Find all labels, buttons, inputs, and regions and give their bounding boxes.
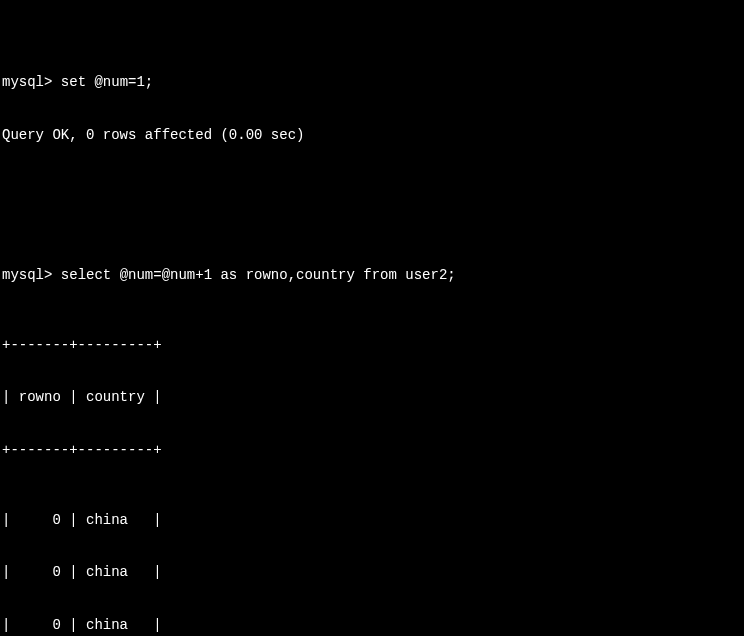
prompt: mysql> <box>2 267 52 283</box>
table1-row: | 0 | china | <box>2 564 742 582</box>
table1-border-mid: +-------+---------+ <box>2 442 742 460</box>
response-query-ok: Query OK, 0 rows affected (0.00 sec) <box>2 127 742 145</box>
cmd-line-set-num: mysql> set @num=1; <box>2 74 742 92</box>
table1-row: | 0 | china | <box>2 617 742 635</box>
table1-border-top: +-------+---------+ <box>2 337 742 355</box>
cmd-set-num: set @num=1; <box>61 74 153 90</box>
blank-line <box>2 179 742 197</box>
cmd-line-select1: mysql> select @num=@num+1 as rowno,count… <box>2 267 742 285</box>
cmd-select1: select @num=@num+1 as rowno,country from… <box>61 267 456 283</box>
table1-header-row: | rowno | country | <box>2 389 742 407</box>
table1-row: | 0 | china | <box>2 512 742 530</box>
prompt: mysql> <box>2 74 52 90</box>
mysql-terminal[interactable]: mysql> set @num=1; Query OK, 0 rows affe… <box>0 0 744 636</box>
